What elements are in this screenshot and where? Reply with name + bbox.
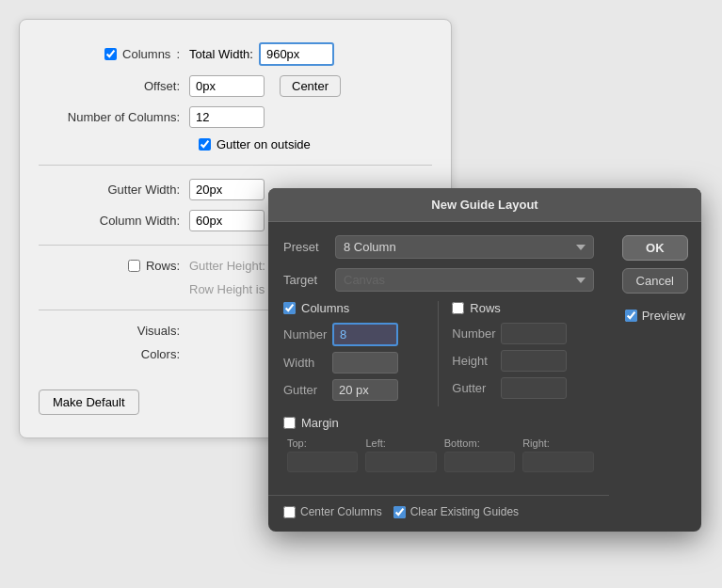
gutter-outside-label: Gutter on outside [217, 137, 311, 151]
clear-guides-check: Clear Existing Guides [393, 505, 519, 518]
dialog-bottom: Center Columns Clear Existing Guides [268, 495, 609, 532]
margin-top-input[interactable] [287, 452, 358, 472]
rows-label-cell: Rows: [39, 259, 189, 273]
margin-header: Margin [283, 416, 594, 430]
preview-check: Preview [625, 309, 685, 323]
dialog-right-panel: OK Cancel Preview [609, 222, 701, 532]
rows-height-row: Height [452, 350, 593, 372]
columns-width-input[interactable] [332, 352, 398, 373]
margin-label: Margin [301, 416, 339, 430]
margin-fields: Top: Left: Bottom: Right: [283, 437, 594, 472]
rows-section-header: Rows [452, 301, 593, 315]
center-columns-label: Center Columns [300, 505, 382, 518]
total-width-label: Total Width: [189, 47, 253, 61]
row-height-label: Row Height is [189, 282, 265, 296]
rows-gutter-label: Gutter [452, 381, 501, 395]
rows-gutter-input[interactable] [501, 377, 567, 399]
ok-button[interactable]: OK [622, 235, 688, 261]
offset-label-spacer: Offset: [39, 79, 189, 93]
rows-label: Rows: [146, 259, 180, 273]
column-width-label: Column Width: [39, 214, 189, 228]
offset-row: Offset: Center [39, 75, 432, 97]
margin-right-input[interactable] [522, 452, 593, 472]
columns-section-checkbox[interactable] [283, 302, 296, 314]
columns-gutter-row: Gutter [283, 379, 425, 401]
margin-top-label: Top: [287, 437, 307, 449]
margin-left-label: Left: [365, 437, 385, 449]
rows-number-row: Number [452, 323, 593, 344]
gutter-outside-row: Gutter on outside [199, 137, 432, 151]
preview-label: Preview [642, 309, 685, 323]
cancel-button[interactable]: Cancel [622, 268, 688, 294]
num-columns-label: Number of Columns: [39, 110, 189, 124]
num-columns-row: Number of Columns: [39, 106, 432, 128]
center-button[interactable]: Center [280, 75, 341, 97]
rows-section-checkbox[interactable] [452, 302, 464, 314]
margin-bottom-field: Bottom: [444, 437, 515, 472]
clear-guides-label: Clear Existing Guides [410, 505, 519, 518]
margin-left-input[interactable] [365, 452, 436, 472]
center-columns-check: Center Columns [283, 505, 382, 518]
margin-bottom-input[interactable] [444, 452, 515, 472]
target-select[interactable]: Canvas [335, 268, 594, 292]
columns-section: Columns Number Width Gutter [283, 301, 425, 406]
margin-right-label: Right: [522, 437, 550, 449]
visuals-label: Visuals: [39, 324, 189, 338]
column-width-input[interactable] [189, 210, 265, 231]
columns-number-input[interactable] [332, 323, 398, 346]
gutter-width-input[interactable] [189, 179, 265, 200]
center-columns-checkbox[interactable] [283, 506, 296, 518]
margin-section: Margin Top: Left: Bottom: [283, 416, 594, 472]
gutter-outside-checkbox[interactable] [199, 138, 211, 151]
rows-number-label: Number [452, 326, 501, 341]
columns-label: Columns [122, 47, 170, 61]
total-width-input[interactable] [259, 42, 334, 66]
cols-rows-section: Columns Number Width Gutter [283, 301, 594, 406]
rows-height-label: Height [452, 354, 501, 368]
section-divider [438, 301, 439, 406]
clear-guides-checkbox[interactable] [393, 506, 406, 518]
preset-label: Preset [283, 240, 335, 254]
target-row: Target Canvas [283, 268, 594, 292]
rows-section-label: Rows [470, 301, 501, 315]
columns-number-label: Number [283, 327, 332, 342]
num-columns-input[interactable] [189, 106, 265, 128]
gutter-height-label: Gutter Height: [189, 259, 265, 273]
colors-label: Colors: [39, 347, 189, 361]
columns-checkbox[interactable] [104, 48, 117, 60]
columns-number-row: Number [283, 323, 425, 346]
columns-section-label: Columns [301, 301, 349, 315]
margin-bottom-label: Bottom: [444, 437, 480, 449]
rows-section: Rows Number Height Gutter [452, 301, 593, 406]
preview-checkbox[interactable] [625, 310, 637, 322]
offset-input[interactable] [189, 75, 265, 97]
dialog-titlebar: New Guide Layout [268, 188, 701, 222]
rows-height-input[interactable] [501, 350, 567, 372]
columns-checkbox-label: Columns: [39, 47, 189, 61]
columns-gutter-label: Gutter [283, 383, 332, 397]
rows-gutter-row: Gutter [452, 377, 593, 399]
target-label: Target [283, 273, 335, 287]
preset-row: Preset 8 Column 4 Column 12 Column [283, 235, 594, 259]
columns-width-label: Width [283, 356, 332, 370]
columns-gutter-input[interactable] [332, 379, 398, 401]
margin-top-field: Top: [287, 437, 358, 472]
dialog-body: Preset 8 Column 4 Column 12 Column Targe… [268, 222, 609, 495]
new-guide-layout-dialog: New Guide Layout Preset 8 Column 4 Colum… [268, 188, 701, 532]
columns-section-header: Columns [283, 301, 425, 315]
offset-label: Offset: [144, 79, 180, 93]
dialog-title: New Guide Layout [431, 198, 537, 212]
columns-width-row: Width [283, 352, 425, 373]
margin-left-field: Left: [365, 437, 436, 472]
gutter-width-label: Gutter Width: [39, 183, 189, 197]
rows-number-input[interactable] [501, 323, 567, 344]
dialog-left-panel: Preset 8 Column 4 Column 12 Column Targe… [268, 222, 609, 532]
make-default-button[interactable]: Make Default [39, 389, 139, 415]
margin-right-field: Right: [522, 437, 593, 472]
preset-select[interactable]: 8 Column 4 Column 12 Column [335, 235, 594, 259]
rows-checkbox[interactable] [128, 260, 140, 272]
margin-checkbox[interactable] [283, 417, 296, 429]
total-width-row: Columns: Total Width: [39, 42, 432, 66]
